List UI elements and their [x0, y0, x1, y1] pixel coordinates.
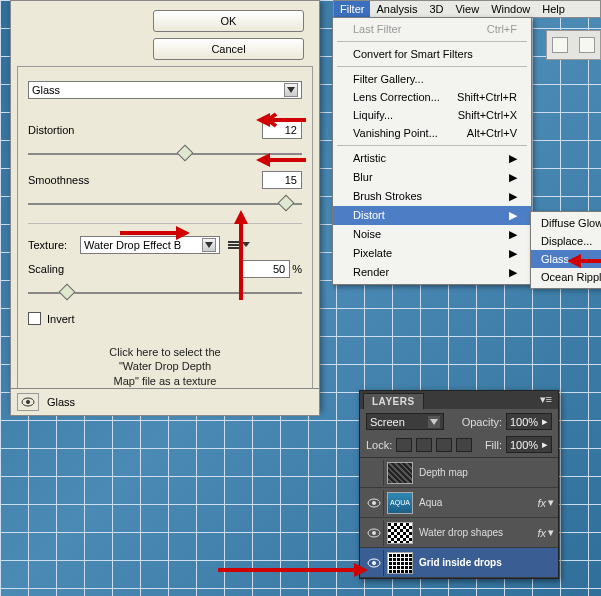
app-menubar: Filter Analysis 3D View Window Help: [333, 0, 601, 18]
checkbox-icon: [28, 312, 41, 325]
layer-water-drop-shapes[interactable]: Water drop shapes fx▾: [360, 518, 558, 548]
distortion-slider[interactable]: [28, 145, 302, 163]
svg-point-5: [372, 531, 376, 535]
glass-filter-dialog: OK Cancel Glass Distortion Smoothness Te…: [10, 0, 320, 410]
svg-point-3: [372, 501, 376, 505]
scaling-input[interactable]: [242, 260, 290, 278]
layer-thumbnail: [387, 522, 413, 544]
svg-point-7: [372, 561, 376, 565]
menu-help[interactable]: Help: [536, 1, 571, 17]
opacity-label: Opacity:: [462, 416, 502, 428]
menu-last-filter: Last FilterCtrl+F: [333, 20, 531, 38]
layer-thumbnail: [387, 462, 413, 484]
load-texture-flyout-button[interactable]: [228, 238, 244, 252]
scaling-label: Scaling: [28, 263, 80, 275]
menu-blur[interactable]: Blur▶: [333, 168, 531, 187]
submenu-displace[interactable]: Displace...: [531, 232, 601, 250]
layers-tab[interactable]: LAYERS: [363, 393, 424, 409]
visibility-toggle[interactable]: [364, 550, 384, 576]
filter-name-value: Glass: [32, 84, 60, 96]
fill-input[interactable]: 100%▸: [506, 436, 552, 453]
menu-vanishing[interactable]: Vanishing Point...Alt+Ctrl+V: [333, 124, 531, 142]
submenu-diffuse-glow[interactable]: Diffuse Glow...: [531, 214, 601, 232]
distortion-input[interactable]: [262, 121, 302, 139]
preview-label: Glass: [47, 396, 75, 408]
fx-badge[interactable]: fx: [537, 527, 546, 539]
dropdown-arrow-icon: [428, 416, 440, 428]
blend-mode-select[interactable]: Screen: [366, 413, 444, 430]
percent-label: %: [292, 263, 302, 275]
menu-view[interactable]: View: [449, 1, 485, 17]
menu-window[interactable]: Window: [485, 1, 536, 17]
tool-options-strip: [546, 30, 601, 60]
menu-render[interactable]: Render▶: [333, 263, 531, 282]
lock-position-icon[interactable]: [436, 438, 452, 452]
smoothness-slider[interactable]: [28, 195, 302, 213]
layers-panel: LAYERS ▾≡ Screen Opacity: 100%▸ Lock: Fi…: [359, 390, 559, 579]
fx-badge[interactable]: fx: [537, 497, 546, 509]
menu-filter-gallery[interactable]: Filter Gallery...: [333, 70, 531, 88]
distort-submenu: Diffuse Glow... Displace... Glass... Oce…: [530, 211, 601, 289]
menu-brush-strokes[interactable]: Brush Strokes▶: [333, 187, 531, 206]
menu-noise[interactable]: Noise▶: [333, 225, 531, 244]
lock-transparency-icon[interactable]: [396, 438, 412, 452]
dropdown-arrow-icon: [284, 83, 298, 97]
menu-lens-correction[interactable]: Lens Correction...Shift+Ctrl+R: [333, 88, 531, 106]
fill-label: Fill:: [485, 439, 502, 451]
visibility-eye-icon[interactable]: [17, 393, 39, 411]
layer-aqua[interactable]: AQUA Aqua fx▾: [360, 488, 558, 518]
menu-analysis[interactable]: Analysis: [370, 1, 423, 17]
menu-convert-smart[interactable]: Convert for Smart Filters: [333, 45, 531, 63]
filter-dropdown: Last FilterCtrl+F Convert for Smart Filt…: [332, 17, 532, 285]
menu-3d[interactable]: 3D: [423, 1, 449, 17]
opacity-input[interactable]: 100%▸: [506, 413, 552, 430]
filter-name-combo[interactable]: Glass: [28, 81, 302, 99]
layer-thumbnail: AQUA: [387, 492, 413, 514]
submenu-glass[interactable]: Glass...: [531, 250, 601, 268]
dropdown-arrow-icon: [202, 238, 216, 252]
visibility-toggle[interactable]: [364, 520, 384, 546]
scaling-slider[interactable]: [28, 284, 302, 302]
invert-checkbox[interactable]: Invert: [28, 312, 302, 325]
lock-pixels-icon[interactable]: [416, 438, 432, 452]
submenu-ocean-ripple[interactable]: Ocean Ripple...: [531, 268, 601, 286]
svg-point-1: [26, 400, 30, 404]
panel-menu-icon[interactable]: ▾≡: [534, 390, 558, 409]
ok-button[interactable]: OK: [153, 10, 304, 32]
smoothness-input[interactable]: [262, 171, 302, 189]
texture-label: Texture:: [28, 239, 80, 251]
layer-thumbnail: [387, 552, 413, 574]
lock-label: Lock:: [366, 439, 392, 451]
texture-combo[interactable]: Water Drop Effect B: [80, 236, 220, 254]
visibility-toggle[interactable]: [364, 460, 384, 486]
menu-distort[interactable]: Distort▶: [333, 206, 531, 225]
menu-artistic[interactable]: Artistic▶: [333, 149, 531, 168]
layer-grid-inside-drops[interactable]: Grid inside drops: [360, 548, 558, 578]
texture-value: Water Drop Effect B: [84, 239, 181, 251]
layer-depth-map[interactable]: Depth map: [360, 458, 558, 488]
lock-all-icon[interactable]: [456, 438, 472, 452]
distortion-label: Distortion: [28, 124, 138, 136]
menu-liquify[interactable]: Liquify...Shift+Ctrl+X: [333, 106, 531, 124]
cancel-button[interactable]: Cancel: [153, 38, 304, 60]
annotation-hint: Click here to select the "Water Drop Dep…: [28, 345, 302, 388]
invert-label: Invert: [47, 313, 75, 325]
menu-filter[interactable]: Filter: [334, 1, 370, 17]
menu-pixelate[interactable]: Pixelate▶: [333, 244, 531, 263]
visibility-toggle[interactable]: [364, 490, 384, 516]
filter-preview-strip: Glass: [10, 388, 320, 416]
smoothness-label: Smoothness: [28, 174, 138, 186]
